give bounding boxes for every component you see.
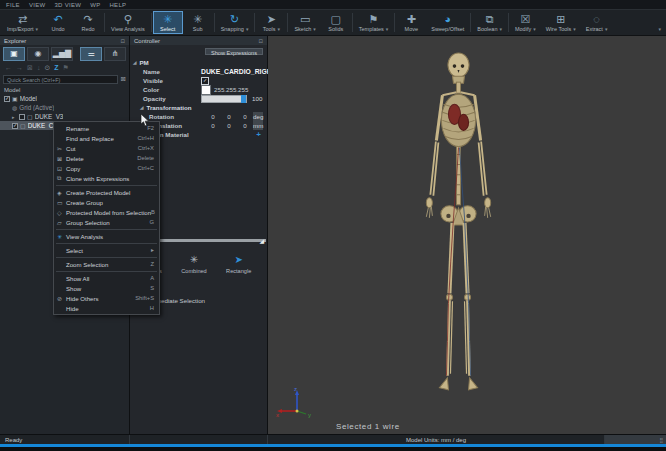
menu-item-wp[interactable]: WP — [90, 2, 100, 8]
toolbar-templates-button[interactable]: ⚑Templates▾ — [354, 11, 394, 34]
chevron-down-icon[interactable]: ▾ — [605, 26, 608, 32]
show-expressions-button[interactable]: Show Expressions — [205, 48, 263, 55]
rotation-x-field[interactable]: 0 — [205, 113, 221, 120]
panel-dock-icon[interactable]: ⊡ — [258, 38, 263, 44]
context-menu-item-group-selection[interactable]: ▱Group SelectionG — [54, 217, 159, 227]
toolbar-redo-button[interactable]: ↷Redo — [73, 11, 103, 34]
context-menu-item-show[interactable]: ShowS — [54, 283, 159, 293]
toolbar-sub-button[interactable]: ✳Sub — [183, 11, 213, 34]
context-menu-item-zoom-selection[interactable]: Zoom SelectionZ — [54, 259, 159, 269]
tree-checkbox[interactable] — [19, 114, 25, 120]
toolbar-sweep-offset-button[interactable]: ◕Sweep/Offset — [426, 11, 469, 34]
context-menu-item-view-analysis[interactable]: ✳View Analysis — [54, 231, 159, 241]
translation-y-field[interactable]: 0 — [221, 122, 237, 129]
translation-x-field[interactable]: 0 — [205, 122, 221, 129]
toolbar-solids-button[interactable]: ▢Solids — [321, 11, 351, 34]
context-menu-item-find-and-replace[interactable]: Find and ReplaceCtrl+H — [54, 133, 159, 143]
context-menu-item-create-protected-model[interactable]: ◈Create Protected Model — [54, 187, 159, 197]
search-clear-icon[interactable]: ⊠ — [121, 75, 126, 83]
chevron-down-icon[interactable]: ▾ — [278, 26, 281, 32]
toolbar-wire-tools-button[interactable]: ⊞Wire Tools▾ — [541, 11, 581, 34]
tools-label: Tools — [263, 26, 276, 32]
toolbar-extract-button[interactable]: ◌Extract▾ — [581, 11, 613, 34]
toolbar-select-button[interactable]: ✳Select — [153, 11, 183, 34]
context-menu-item-show-all[interactable]: Show AllA — [54, 273, 159, 283]
flag-icon[interactable]: ⚑ — [63, 64, 69, 72]
move-down-icon[interactable]: ↓ — [37, 64, 41, 71]
chevron-down-icon[interactable]: ▾ — [499, 26, 502, 32]
property-group-transformation[interactable]: ◢ Transformation — [130, 103, 267, 112]
translation-z-field[interactable]: 0 — [237, 122, 253, 129]
tab-hierarchy-tab[interactable]: ⋔ — [104, 47, 126, 61]
delete-icon: ⊠ — [57, 155, 66, 162]
toolbar-modify-button[interactable]: ☒Modify▾ — [510, 11, 541, 34]
opacity-slider[interactable] — [201, 95, 247, 103]
context-menu-label: Group Selection — [66, 219, 149, 226]
opacity-slider-handle[interactable] — [241, 95, 246, 103]
tree-checkbox[interactable] — [12, 123, 18, 129]
toolbar-undo-button[interactable]: ↶Undo — [43, 11, 73, 34]
context-menu-item-copy[interactable]: ⊡CopyCtrl+C — [54, 163, 159, 173]
context-menu-item-hide-others[interactable]: ⊘Hide OthersShift+S — [54, 293, 159, 303]
context-menu-label: Rename — [66, 125, 147, 132]
tab-simulation-tab[interactable]: ◉ — [27, 47, 49, 61]
tree-section-label[interactable]: Model — [0, 85, 129, 94]
tab-controller-tab[interactable]: ⚌ — [80, 47, 102, 61]
chevron-down-icon[interactable]: ▾ — [36, 26, 39, 32]
select-mode-rectangle[interactable]: ➤Rectangle — [226, 254, 251, 274]
context-menu-item-create-group[interactable]: ▭Create Group — [54, 197, 159, 207]
chevron-down-icon[interactable]: ▾ — [658, 26, 661, 32]
tree-row-grid-active[interactable]: ◍Grid (Active) — [0, 103, 129, 112]
sort-z-icon[interactable]: Z — [54, 64, 58, 71]
toolbar-view-analysis-button[interactable]: ⚲View Analysis — [106, 11, 150, 34]
status-grip[interactable]: ⣿ — [605, 435, 666, 444]
tree-checkbox[interactable] — [4, 96, 10, 102]
toolbar-move-button[interactable]: ✚Move — [396, 11, 426, 34]
expand-icon[interactable]: ▸ — [12, 114, 17, 120]
context-menu-item-protected-model-from-selection[interactable]: ◇Protected Model from SelectionB — [54, 207, 159, 217]
property-group-pm[interactable]: ◢ PM — [130, 58, 267, 67]
context-menu-item-delete[interactable]: ⊠DeleteDelete — [54, 153, 159, 163]
menu-item-view[interactable]: VIEW — [29, 2, 46, 8]
back-icon[interactable]: ← — [5, 64, 12, 71]
splitter-grip-icon[interactable]: ◢ — [259, 237, 264, 244]
panel-dock-icon[interactable]: ⊡ — [120, 38, 125, 44]
color-swatch[interactable] — [201, 85, 211, 95]
viewport-3d[interactable]: z x y Selected 1 wire — [268, 36, 666, 434]
chevron-down-icon[interactable]: ▾ — [573, 26, 576, 32]
menu-item-help[interactable]: HELP — [109, 2, 126, 8]
context-menu-item-hide[interactable]: HideH — [54, 303, 159, 313]
context-menu-item-clone-with-expressions[interactable]: ⧉Clone with Expressions — [54, 173, 159, 183]
select-mode-combined[interactable]: ✳Combined — [181, 254, 207, 274]
search-input[interactable]: Quick Search (Ctrl+F) — [3, 75, 118, 84]
tree-row-duke-v3[interactable]: ▸▢DUKE_V3 — [0, 112, 129, 121]
skeleton-model[interactable] — [396, 52, 521, 424]
rotation-z-field[interactable]: 0 — [237, 113, 253, 120]
menu-item-file[interactable]: FILE — [6, 2, 20, 8]
search-row: Quick Search (Ctrl+F) ⊠ — [0, 73, 129, 85]
forward-icon[interactable]: → — [16, 64, 23, 71]
color-value: 255.255.255 — [214, 86, 248, 93]
chevron-down-icon[interactable]: ▾ — [246, 26, 249, 32]
rotation-y-field[interactable]: 0 — [221, 113, 237, 120]
toolbar-tools-button[interactable]: ➤Tools▾ — [256, 11, 286, 34]
visible-checkbox[interactable] — [201, 77, 209, 85]
context-menu-item-select[interactable]: Select▸ — [54, 245, 159, 255]
name-value[interactable]: DUKE_CARDIO_RIGHT — [201, 68, 276, 75]
chevron-down-icon[interactable]: ▾ — [386, 26, 389, 32]
chevron-down-icon[interactable]: ▾ — [533, 26, 536, 32]
add-material-icon[interactable]: + — [256, 130, 261, 139]
context-menu-item-cut[interactable]: ✂CutCtrl+X — [54, 143, 159, 153]
chevron-down-icon[interactable]: ▾ — [313, 26, 316, 32]
tree-row-model[interactable]: ▣Model — [0, 94, 129, 103]
tab-analysis-tab[interactable]: ▂▅▇ — [51, 47, 73, 61]
axis-x-label: x — [276, 412, 279, 418]
tab-model-tab[interactable]: ▣ — [3, 47, 25, 61]
toolbar-snapping-button[interactable]: ↻Snapping▾ — [216, 11, 254, 34]
menu-item-3d-view[interactable]: 3D VIEW — [54, 2, 81, 8]
toolbar-boolean-button[interactable]: ⧉Boolean▾ — [472, 11, 507, 34]
toolbar-imp-export-button[interactable]: ⇄Imp/Export▾ — [2, 11, 43, 34]
delete-icon[interactable]: ⊠ — [27, 64, 33, 72]
toolbar-sketch-button[interactable]: ▭Sketch▾ — [289, 11, 320, 34]
visibility-icon[interactable]: ⊙ — [44, 64, 50, 72]
